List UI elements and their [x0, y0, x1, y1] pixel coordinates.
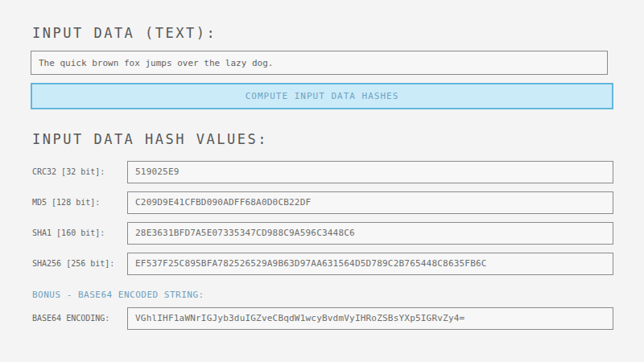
hash-row-base64: BASE64 ENCODING: VGhlIHF1aWNrIGJyb3duIGZ…: [0, 307, 644, 330]
base64-value-box: VGhlIHF1aWNrIGJyb3duIGZveCBqdW1wcyBvdmVy…: [127, 307, 613, 330]
hash-row-crc32: CRC32 [32 bit]: 519025E9: [0, 161, 644, 183]
bonus-base64-section-title: BONUS - BASE64 ENCODED STRING:: [32, 290, 204, 300]
sha1-value-box: 28E3631BFD7A5E07335347CD988C9A596C3448C6: [127, 222, 613, 245]
sha256-value-box: EF537F25C895BFA782526529A9B63D97AA631564…: [127, 253, 613, 275]
md5-label: MD5 [128 bit]:: [32, 191, 100, 214]
hash-demo-page: INPUT DATA (TEXT): COMPUTE INPUT DATA HA…: [0, 0, 644, 362]
base64-label: BASE64 ENCODING:: [32, 307, 109, 330]
md5-value-box: C209D9E41CFBD090ADFF68A0D0CB22DF: [127, 191, 613, 214]
sha256-label: SHA256 [256 bit]:: [32, 253, 114, 275]
hash-row-md5: MD5 [128 bit]: C209D9E41CFBD090ADFF68A0D…: [0, 191, 644, 214]
hash-values-section-title: INPUT DATA HASH VALUES:: [32, 131, 268, 147]
input-data-section-title: INPUT DATA (TEXT):: [32, 25, 217, 41]
input-data-text-field[interactable]: [31, 51, 608, 75]
sha1-label: SHA1 [160 bit]:: [32, 222, 105, 245]
crc32-value-box: 519025E9: [127, 161, 613, 183]
hash-row-sha1: SHA1 [160 bit]: 28E3631BFD7A5E07335347CD…: [0, 222, 644, 245]
compute-hashes-button[interactable]: COMPUTE INPUT DATA HASHES: [31, 83, 613, 109]
hash-row-sha256: SHA256 [256 bit]: EF537F25C895BFA7825265…: [0, 253, 644, 275]
crc32-label: CRC32 [32 bit]:: [32, 161, 105, 183]
